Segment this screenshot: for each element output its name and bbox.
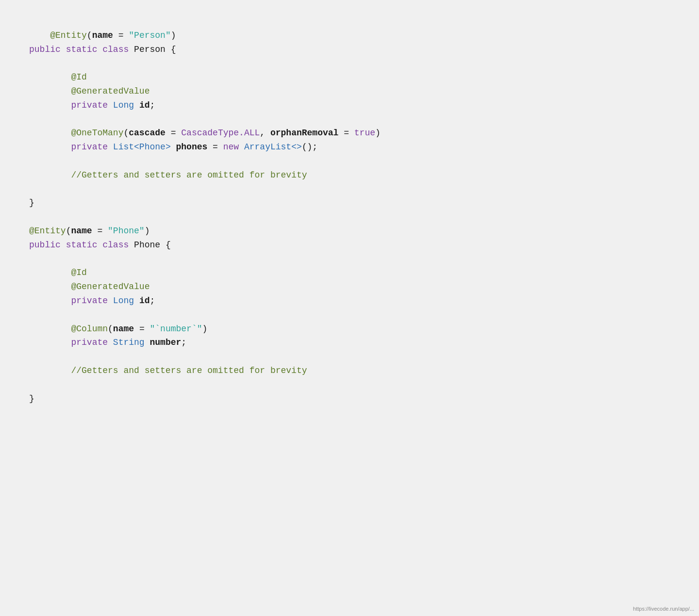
name-value-phone: "Phone" [108, 226, 145, 236]
keyword-private-4: private [71, 338, 108, 347]
comment-phone: //Getters and setters are omitted for br… [71, 366, 307, 375]
name-key-phone: name [71, 226, 92, 236]
field-id-person: id [139, 100, 150, 110]
classname-person: Person { [134, 45, 176, 54]
keyword-static-1: static [66, 45, 98, 54]
keyword-static-2: static [66, 240, 98, 250]
classname-phone: Phone { [134, 240, 171, 250]
closing-brace-phone: } [29, 394, 34, 404]
code-block-person: @Entity(name = "Person") public static c… [29, 15, 670, 420]
entity-annotation-phone: @Entity [29, 226, 66, 236]
field-phones: phones [176, 142, 208, 152]
column-name-key: name [113, 324, 134, 334]
paren-close-1: ) [171, 31, 176, 40]
generated-value-annotation-phone: @GeneratedValue [71, 282, 150, 292]
orphan-removal-key: orphanRemoval [270, 128, 338, 138]
keyword-private-3: private [71, 296, 108, 306]
keyword-public-2: public [29, 240, 61, 250]
closing-brace-person: } [29, 198, 34, 208]
type-arraylist: ArrayList<> [244, 142, 302, 152]
comment-person: //Getters and setters are omitted for br… [71, 170, 307, 180]
type-list-phone: List<Phone> [113, 142, 171, 152]
url-bar: https://livecode.run/app/... [633, 605, 694, 614]
keyword-class-2: class [102, 240, 129, 250]
id-annotation-person: @Id [71, 72, 86, 82]
orphan-removal-value: true [354, 128, 375, 138]
name-value-person: "Person" [129, 31, 170, 40]
generated-value-annotation-person: @GeneratedValue [71, 86, 150, 96]
column-name-value: "`number`" [150, 324, 202, 334]
keyword-class-1: class [102, 45, 129, 54]
type-long-2: Long [113, 296, 134, 306]
code-container: @Entity(name = "Person") public static c… [0, 0, 699, 616]
eq-1: = [113, 31, 129, 40]
field-id-phone: id [139, 296, 150, 306]
entity-annotation-person: @Entity [50, 31, 87, 40]
type-string: String [113, 338, 145, 347]
name-key-person: name [92, 31, 113, 40]
type-long-1: Long [113, 100, 134, 110]
keyword-new-1: new [223, 142, 239, 152]
cascade-key: cascade [129, 128, 166, 138]
keyword-private-1: private [71, 100, 108, 110]
paren-open-1: ( [87, 31, 92, 40]
id-annotation-phone: @Id [71, 268, 86, 277]
column-annotation: @Column [71, 324, 108, 334]
cascade-type-value: CascadeType.ALL [181, 128, 260, 138]
keyword-private-2: private [71, 142, 108, 152]
keyword-public-1: public [29, 45, 61, 54]
one-to-many-annotation: @OneToMany [71, 128, 123, 138]
field-number: number [150, 338, 181, 347]
